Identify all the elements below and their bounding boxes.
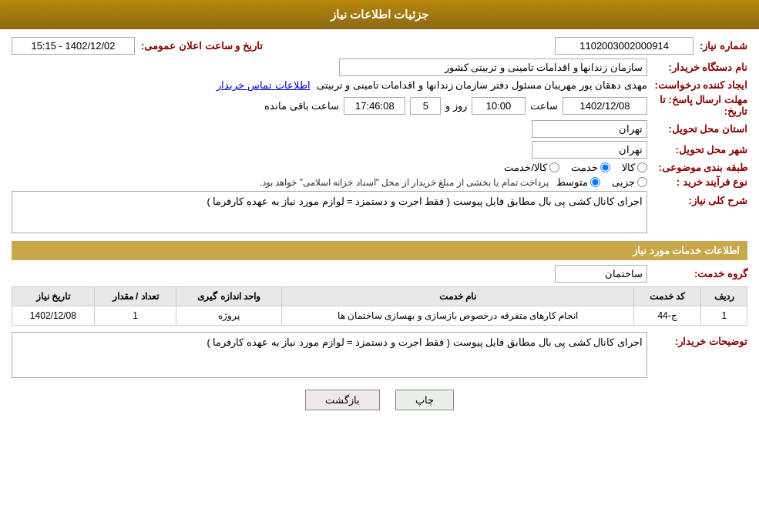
col-service-code: کد خدمت [633, 287, 701, 306]
deadline-time: 10:00 [472, 97, 526, 115]
category-label: طبقه بندی موضوعی: [647, 162, 747, 173]
page-title: جزئیات اطلاعات نیاز [331, 8, 428, 21]
cell-unit: پروژه [176, 306, 282, 326]
cell-quantity: 1 [94, 306, 176, 326]
cell-date: 1402/12/08 [12, 306, 95, 326]
announce-date-value: 1402/12/02 - 15:15 [12, 37, 135, 55]
city-value: تهران [532, 141, 647, 159]
requester-contact-link[interactable]: اطلاعات تماس خریدار [217, 79, 310, 91]
print-button[interactable]: چاپ [395, 390, 454, 410]
service-group-value: ساختمان [555, 265, 647, 283]
cell-service-name: انجام کارهای متفرقه درخصوص بازسازی و بهس… [282, 306, 634, 326]
province-value: تهران [532, 120, 647, 138]
requester-value: مهدی دهقان پور مهریبان مسئول دفتر سازمان… [317, 79, 647, 91]
col-unit: واحد اندازه گیری [176, 287, 282, 306]
process-note: پرداخت تمام یا بخشی از مبلغ خریدار از مح… [260, 177, 549, 188]
col-date: تاریخ نیاز [12, 287, 95, 306]
col-service-name: نام خدمت [282, 287, 634, 306]
table-row: 1 ج-44 انجام کارهای متفرقه درخصوص بازساز… [12, 306, 747, 326]
requester-label: ایجاد کننده درخواست: [647, 79, 747, 91]
cell-row-num: 1 [701, 306, 747, 326]
province-label: استان محل تحویل: [647, 123, 747, 135]
city-label: شهر محل تحویل: [647, 144, 747, 156]
deadline-remaining-value: 17:46:08 [344, 97, 405, 115]
deadline-label: مهلت ارسال پاسخ: تا تاریخ: [647, 94, 747, 117]
process-option-mottawaset[interactable]: متوسط [556, 176, 600, 188]
need-number-label: شماره نیاز: [700, 40, 747, 52]
announce-date-label: تاریخ و ساعت اعلان عمومی: [141, 40, 263, 52]
deadline-remaining-label: ساعت باقی مانده [264, 100, 339, 112]
description-label: شرح کلی نیاز: [647, 191, 747, 206]
description-value: اجرای کانال کشی پی بال مطابق فایل پیوست … [12, 191, 647, 233]
cell-service-code: ج-44 [633, 306, 701, 326]
buyer-description-value: اجرای کانال کشی پی بال مطابق فایل پیوست … [12, 332, 647, 378]
buyer-org-value: سازمان زندانها و اقدامات تامینی و تربیتی… [339, 59, 647, 76]
service-group-label: گروه خدمت: [647, 268, 747, 279]
action-buttons: چاپ بازگشت [12, 390, 747, 410]
deadline-day-label: روز و [445, 100, 467, 112]
category-option-khedmat[interactable]: خدمت [571, 162, 610, 173]
process-type-label: نوع فرآیند خرید : [647, 176, 747, 188]
back-button[interactable]: بازگشت [305, 390, 380, 410]
col-row-num: ردیف [701, 287, 747, 306]
deadline-date: 1402/12/08 [563, 97, 647, 115]
need-number-value: 1102003002000914 [555, 37, 694, 55]
buyer-description-label: توضیحات خریدار: [647, 332, 747, 347]
category-option-kala[interactable]: کالا [622, 162, 647, 173]
services-section-title: اطلاعات خدمات مورد نیاز [12, 241, 747, 260]
buyer-org-label: نام دستگاه خریدار: [647, 62, 747, 73]
col-quantity: تعداد / مقدار [94, 287, 176, 306]
deadline-time-label: ساعت [530, 100, 558, 112]
category-option-kala-khedmat[interactable]: کالا/خدمت [504, 162, 559, 173]
services-table: ردیف کد خدمت نام خدمت واحد اندازه گیری ت… [12, 286, 747, 326]
process-option-jozi[interactable]: جزیی [612, 176, 647, 188]
deadline-day-value: 5 [410, 97, 441, 115]
page-header: جزئیات اطلاعات نیاز [0, 0, 759, 29]
